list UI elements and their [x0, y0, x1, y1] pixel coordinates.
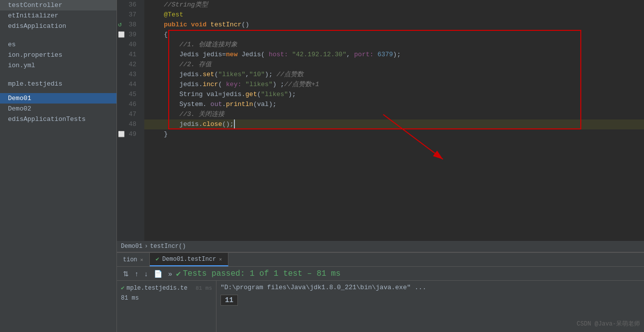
line-38-parens: ()	[241, 20, 249, 30]
output-result: 11	[220, 295, 238, 306]
line-num-43: 43	[117, 70, 140, 80]
line-46-method: println	[226, 100, 253, 110]
test-list-item-1[interactable]: ✔ mple.testjedis.te 81 ms	[117, 283, 216, 293]
line-43-val: "10"	[249, 70, 265, 80]
csdn-watermark: CSDN @Java-呆萌老师	[577, 320, 640, 328]
test-item-1-label: mple.testjedis.te	[126, 285, 187, 292]
sidebar-item-demo02[interactable]: Demo02	[0, 104, 116, 114]
up-button[interactable]: ↑	[133, 269, 140, 279]
tab-tion[interactable]: tion ✕	[117, 253, 150, 266]
sidebar-item-testcontroller[interactable]: testController	[0, 0, 116, 10]
bottom-tabs: tion ✕ ✔ Demo01.testIncr ✕	[117, 253, 644, 267]
run-icon[interactable]: ↺	[118, 20, 122, 30]
line-41-paren: (	[261, 50, 269, 60]
line-num-44: 44	[117, 80, 140, 90]
line-43-comment: //点赞数	[276, 70, 304, 80]
line-37-content: @Test	[148, 10, 183, 20]
breadcrumb-separator: ›	[144, 243, 148, 250]
bookmark-icon-49: ⬜	[118, 129, 125, 139]
line-num-46: 46	[117, 100, 140, 110]
sidebar-item-ion-yml[interactable]: ion.yml	[0, 60, 116, 71]
export-button[interactable]: 📄	[152, 269, 164, 279]
line-38-public: public	[164, 20, 191, 30]
sidebar-item-edisapplication[interactable]: edisApplication	[0, 21, 116, 31]
line-44-space	[241, 80, 245, 90]
line-49-content: }	[148, 129, 168, 139]
line-40-content: //1. 创建连接对象	[148, 40, 237, 50]
output-result-container: 11	[220, 293, 640, 306]
code-container: 36 37 ↺ 38 ⬜ 39 40 41 42 43 44 45 46 47 …	[117, 0, 644, 241]
tab-demo01-testincr[interactable]: ✔ Demo01.testIncr ✕	[150, 253, 228, 266]
code-lines[interactable]: //String类型 @Test public void testIncr() …	[144, 0, 644, 241]
sidebar-item-edisapplicationtests[interactable]: edisApplicationTests	[0, 114, 116, 124]
editor-area: 36 37 ↺ 38 ⬜ 39 40 41 42 43 44 45 46 47 …	[117, 0, 644, 332]
main-area: testController etInitializer edisApplica…	[0, 0, 644, 332]
line-num-42: 42	[117, 60, 140, 70]
more-button[interactable]: »	[166, 269, 174, 279]
status-text: Tests passed: 1 of 1 test – 81 ms	[183, 269, 340, 278]
line-45-close: );	[288, 90, 296, 100]
line-48-method: close	[203, 119, 222, 129]
line-41-new: new	[226, 50, 241, 60]
sidebar-item-etinitializer[interactable]: etInitializer	[0, 10, 116, 21]
code-line-37: @Test	[144, 10, 644, 20]
line-41-jedis2: Jedis	[241, 50, 261, 60]
code-line-47: //3. 关闭连接	[144, 110, 644, 119]
line-48-close: ();	[222, 119, 233, 129]
code-line-44: jedis.incr( key: "likes") ;//点赞数+1	[144, 80, 644, 90]
sidebar-item-mple-testjedis[interactable]: mple.testjedis	[0, 79, 116, 89]
line-46-system: System	[179, 100, 203, 110]
line-num-41: 41	[117, 50, 140, 60]
success-icon: ✔	[176, 269, 181, 279]
line-39-content: {	[148, 30, 168, 40]
line-num-49: ⬜ 49	[117, 129, 140, 139]
line-41-space	[288, 50, 292, 60]
line-36-content: //String类型	[148, 0, 208, 10]
line-41-port-param: port:	[354, 50, 374, 60]
test-item-2-time: 81 ms	[121, 295, 139, 302]
tab-demo01-label: Demo01.testIncr	[162, 256, 216, 263]
test-list-item-2[interactable]: 81 ms	[117, 293, 216, 303]
line-45-string: String	[179, 90, 207, 100]
line-43-comma: ,	[245, 70, 249, 80]
line-41-var: jedis=	[203, 50, 226, 60]
tab-demo01-close[interactable]: ✕	[219, 256, 222, 262]
line-num-39: ⬜ 39	[117, 30, 140, 40]
line-44-param: key:	[226, 80, 241, 90]
line-38-void: void	[191, 20, 211, 30]
line-43-paren: (	[215, 70, 218, 80]
line-46-indent	[148, 100, 179, 110]
code-line-39: {	[144, 30, 644, 40]
line-45-indent	[148, 90, 179, 100]
line-41-host-param: host:	[269, 50, 288, 60]
line-46-print: .	[222, 100, 226, 110]
breadcrumb-demo01: Demo01	[121, 243, 142, 250]
sort-button[interactable]: ⇅	[121, 269, 131, 279]
code-line-42: //2. 存值	[144, 60, 644, 70]
line-45-paren: (	[257, 90, 261, 100]
down-button[interactable]: ↓	[142, 269, 150, 279]
line-44-method: incr	[203, 80, 218, 90]
line-44-key: "likes"	[245, 80, 273, 90]
line-num-38: ↺ 38	[117, 20, 140, 30]
sidebar-item-demo01[interactable]: Demo01	[0, 93, 116, 104]
bottom-panel: tion ✕ ✔ Demo01.testIncr ✕ ⇅ ↑ ↓ 📄 » ✔ T…	[117, 252, 644, 332]
test-item-1-time: 81 ms	[196, 285, 212, 291]
line-41-jedis1: Jedis	[179, 50, 203, 60]
line-num-40: 40	[117, 40, 140, 50]
line-44-paren: (	[218, 80, 226, 90]
code-line-46: System. out.println(val);	[144, 100, 644, 110]
line-47-content: //3. 关闭连接	[148, 110, 224, 119]
line-num-36: 36	[117, 0, 140, 10]
sidebar-item-es[interactable]: es	[0, 39, 116, 50]
bookmark-icon-39: ⬜	[118, 30, 125, 40]
sidebar-item-ion-properties[interactable]: ion.properties	[0, 50, 116, 60]
line-46-close: (val);	[253, 100, 277, 110]
test-list-panel: ✔ mple.testjedis.te 81 ms 81 ms	[117, 281, 216, 332]
line-46-dot: .	[203, 100, 211, 110]
test-item-1-icon: ✔	[121, 284, 124, 292]
line-38-method: testIncr	[211, 20, 241, 30]
code-line-41: Jedis jedis=new Jedis( host: "42.192.12.…	[144, 50, 644, 60]
tab-tion-close[interactable]: ✕	[140, 257, 143, 263]
line-43-method: set	[203, 70, 214, 80]
